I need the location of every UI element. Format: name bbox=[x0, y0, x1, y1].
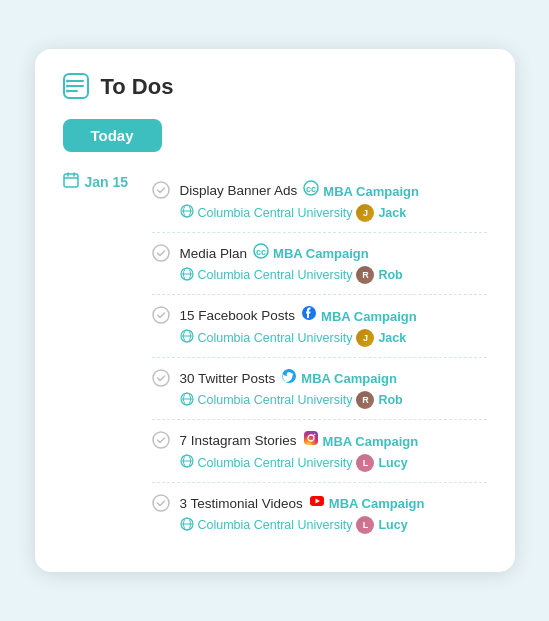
university-icon bbox=[180, 454, 194, 471]
task-line2: Columbia Central University J Jack bbox=[180, 329, 487, 347]
avatar: R bbox=[356, 391, 374, 409]
date-text: Jan 15 bbox=[85, 174, 129, 190]
check-icon bbox=[152, 494, 170, 517]
svg-point-40 bbox=[153, 495, 169, 511]
task-content: 15 Facebook Posts MBA Campaign Columbia … bbox=[180, 305, 487, 347]
youtube-icon bbox=[309, 493, 325, 516]
svg-point-36 bbox=[313, 434, 315, 436]
task-line1: 15 Facebook Posts MBA Campaign bbox=[180, 305, 487, 328]
task-content: 7 Instagram Stories MBA Campaign Columbi… bbox=[180, 430, 487, 472]
task-line1: Display Banner Ads cc MBA Campaign bbox=[180, 180, 487, 203]
check-icon bbox=[152, 244, 170, 267]
svg-point-5 bbox=[66, 85, 69, 88]
avatar: L bbox=[356, 454, 374, 472]
task-item: 30 Twitter Posts MBA Campaign Columbia C… bbox=[152, 358, 487, 421]
task-line2: Columbia Central University R Rob bbox=[180, 391, 487, 409]
social-icon-generic: cc bbox=[303, 180, 319, 203]
svg-point-33 bbox=[153, 432, 169, 448]
avatar: J bbox=[356, 204, 374, 222]
task-line2: Columbia Central University L Lucy bbox=[180, 454, 487, 472]
university-icon bbox=[180, 392, 194, 409]
university-icon bbox=[180, 329, 194, 346]
task-item: 7 Instagram Stories MBA Campaign Columbi… bbox=[152, 420, 487, 483]
card-header: To Dos bbox=[63, 73, 487, 101]
avatar: L bbox=[356, 516, 374, 534]
task-line2: Columbia Central University R Rob bbox=[180, 266, 487, 284]
svg-point-17 bbox=[153, 245, 169, 261]
task-line1: 30 Twitter Posts MBA Campaign bbox=[180, 368, 487, 391]
task-line2: Columbia Central University J Jack bbox=[180, 204, 487, 222]
calendar-icon bbox=[63, 172, 79, 192]
svg-point-6 bbox=[66, 90, 69, 93]
task-content: 3 Testimonial Videos MBA Campaign Columb… bbox=[180, 493, 487, 535]
today-button[interactable]: Today bbox=[63, 119, 162, 152]
university-icon bbox=[180, 517, 194, 534]
date-section: Jan 15 Display Banner Ads cc MBA Campaig… bbox=[63, 170, 487, 544]
svg-point-4 bbox=[66, 80, 69, 83]
instagram-icon bbox=[303, 430, 319, 453]
svg-point-11 bbox=[153, 182, 169, 198]
task-item: 15 Facebook Posts MBA Campaign Columbia … bbox=[152, 295, 487, 358]
social-icon-generic: cc bbox=[253, 243, 269, 266]
svg-point-28 bbox=[153, 370, 169, 386]
task-content: 30 Twitter Posts MBA Campaign Columbia C… bbox=[180, 368, 487, 410]
task-item: Media Plan cc MBA Campaign Columbia Cent… bbox=[152, 233, 487, 296]
todo-icon bbox=[63, 73, 91, 101]
facebook-icon bbox=[301, 305, 317, 328]
task-item: 3 Testimonial Videos MBA Campaign Columb… bbox=[152, 483, 487, 545]
page-title: To Dos bbox=[101, 74, 174, 100]
check-icon bbox=[152, 306, 170, 329]
svg-text:cc: cc bbox=[306, 184, 316, 194]
svg-rect-7 bbox=[64, 174, 78, 187]
check-icon bbox=[152, 181, 170, 204]
twitter-icon bbox=[281, 368, 297, 391]
task-line1: 7 Instagram Stories MBA Campaign bbox=[180, 430, 487, 453]
task-content: Media Plan cc MBA Campaign Columbia Cent… bbox=[180, 243, 487, 285]
svg-point-23 bbox=[153, 307, 169, 323]
university-icon bbox=[180, 204, 194, 221]
todo-card: To Dos Today Jan 15 bbox=[35, 49, 515, 572]
avatar: J bbox=[356, 329, 374, 347]
university-icon bbox=[180, 267, 194, 284]
check-icon bbox=[152, 431, 170, 454]
avatar: R bbox=[356, 266, 374, 284]
date-label: Jan 15 bbox=[63, 170, 138, 192]
task-item: Display Banner Ads cc MBA Campaign Colum… bbox=[152, 170, 487, 233]
task-content: Display Banner Ads cc MBA Campaign Colum… bbox=[180, 180, 487, 222]
svg-rect-34 bbox=[304, 431, 318, 445]
svg-text:cc: cc bbox=[256, 247, 266, 257]
tasks-list: Display Banner Ads cc MBA Campaign Colum… bbox=[152, 170, 487, 544]
task-line1: Media Plan cc MBA Campaign bbox=[180, 243, 487, 266]
check-icon bbox=[152, 369, 170, 392]
task-line2: Columbia Central University L Lucy bbox=[180, 516, 487, 534]
task-line1: 3 Testimonial Videos MBA Campaign bbox=[180, 493, 487, 516]
